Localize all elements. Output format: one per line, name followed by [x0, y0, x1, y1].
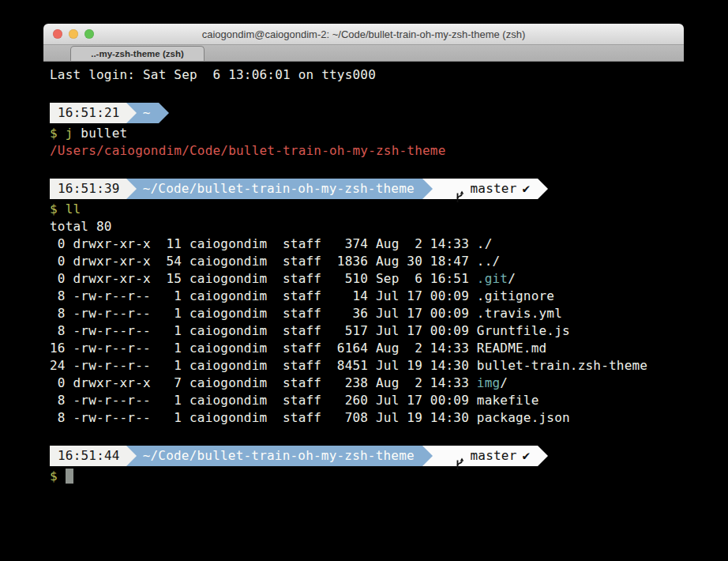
- terminal-line: $ j bullet: [50, 125, 684, 142]
- terminal-text-segment: 8 -rw-r--r-- 1 caiogondim staff 517 Jul …: [50, 323, 570, 338]
- window-titlebar[interactable]: caiogondim@caiogondim-2: ~/Code/bullet-t…: [43, 24, 684, 45]
- powerline-arrow-icon: [126, 446, 137, 466]
- powerline-arrow-icon: [538, 179, 548, 199]
- terminal-text-segment: 0 drwxr-xr-x 7 caiogondim staff 238 Aug …: [50, 375, 477, 390]
- git-branch-icon: [439, 168, 465, 209]
- terminal-blank-line: [50, 160, 684, 171]
- terminal-input-line: $: [50, 468, 684, 485]
- git-branch-name: master: [471, 179, 517, 199]
- terminal-line: 8 -rw-r--r-- 1 caiogondim staff 708 Jul …: [50, 409, 684, 427]
- terminal-line: 0 drwxr-xr-x 15 caiogondim staff 510 Sep…: [50, 270, 684, 288]
- terminal-text-segment: 8 -rw-r--r-- 1 caiogondim staff 260 Jul …: [50, 393, 538, 408]
- terminal-text-segment: 0 drwxr-xr-x 15 caiogondim staff 510 Sep…: [50, 271, 477, 286]
- prompt-bar: 16:51:44~/Code/bullet-train-oh-my-zsh-th…: [50, 446, 684, 466]
- git-clean-check-icon: ✔: [523, 179, 531, 199]
- block-cursor: [66, 469, 73, 484]
- zoom-button[interactable]: [84, 29, 94, 39]
- powerline-arrow-icon: [126, 103, 137, 123]
- terminal-line: 8 -rw-r--r-- 1 caiogondim staff 14 Jul 1…: [50, 288, 684, 305]
- git-clean-check-icon: ✔: [523, 446, 531, 466]
- powerline-arrow-icon: [159, 103, 169, 123]
- terminal-text-segment: /: [500, 375, 508, 390]
- powerline-arrow-icon: [126, 179, 137, 199]
- terminal-line: 8 -rw-r--r-- 1 caiogondim staff 36 Jul 1…: [50, 305, 684, 322]
- terminal-text-segment: total 80: [50, 219, 112, 234]
- terminal-text-segment: 0 drwxr-xr-x 11 caiogondim staff 374 Aug…: [50, 236, 492, 251]
- terminal-text-segment: /Users/caiogondim/Code/bullet-train-oh-m…: [50, 143, 445, 158]
- git-branch-icon: [439, 435, 465, 476]
- terminal-line: $ ll: [50, 201, 684, 218]
- prompt-path-segment: ~: [137, 103, 159, 123]
- terminal-text-segment: bullet: [73, 126, 128, 141]
- terminal-text-segment: $ j: [50, 126, 73, 141]
- prompt-time-segment: 16:51:44: [50, 446, 126, 466]
- terminal-content[interactable]: Last login: Sat Sep 6 13:06:01 on ttys00…: [43, 62, 684, 561]
- terminal-line: 0 drwxr-xr-x 11 caiogondim staff 374 Aug…: [50, 235, 684, 253]
- prompt-path-segment: ~/Code/bullet-train-oh-my-zsh-theme: [137, 446, 422, 466]
- tab-bar: ..-my-zsh-theme (zsh): [43, 45, 684, 62]
- terminal-text-segment: /: [508, 271, 516, 286]
- powerline-arrow-icon: [422, 179, 433, 199]
- terminal-text-segment: 8 -rw-r--r-- 1 caiogondim staff 36 Jul 1…: [50, 306, 562, 321]
- window-title: caiogondim@caiogondim-2: ~/Code/bullet-t…: [202, 28, 526, 40]
- terminal-text-segment: 0 drwxr-xr-x 54 caiogondim staff 1836 Au…: [50, 254, 500, 269]
- prompt-path-segment: ~/Code/bullet-train-oh-my-zsh-theme: [137, 179, 422, 199]
- tab-zsh-session[interactable]: ..-my-zsh-theme (zsh): [70, 46, 205, 61]
- terminal-text-segment: 8 -rw-r--r-- 1 caiogondim staff 14 Jul 1…: [50, 288, 554, 303]
- close-button[interactable]: [53, 29, 62, 39]
- prompt-git-segment: master✔: [433, 446, 538, 466]
- terminal-window: caiogondim@caiogondim-2: ~/Code/bullet-t…: [43, 24, 684, 561]
- terminal-text-segment: 8 -rw-r--r-- 1 caiogondim staff 708 Jul …: [50, 410, 570, 425]
- terminal-line: 0 drwxr-xr-x 7 caiogondim staff 238 Aug …: [50, 375, 684, 392]
- terminal-text-segment: img: [477, 375, 501, 390]
- prompt-git-segment: master✔: [433, 179, 538, 199]
- terminal-text-segment: 24 -rw-r--r-- 1 caiogondim staff 8451 Ju…: [50, 358, 647, 373]
- powerline-arrow-icon: [422, 446, 433, 466]
- terminal-line: 16 -rw-r--r-- 1 caiogondim staff 6164 Au…: [50, 340, 684, 357]
- terminal-blank-line: [50, 84, 684, 95]
- terminal-line: Last login: Sat Sep 6 13:06:01 on ttys00…: [50, 66, 684, 84]
- prompt-time-segment: 16:51:21: [50, 103, 126, 123]
- terminal-text-segment: $: [50, 469, 66, 484]
- minimize-button[interactable]: [69, 29, 78, 39]
- traffic-lights: [53, 24, 94, 44]
- prompt-time-segment: 16:51:39: [50, 179, 126, 199]
- prompt-bar: 16:51:21~: [50, 103, 684, 123]
- git-branch-name: master: [471, 446, 517, 466]
- terminal-text-segment: .git: [477, 271, 508, 286]
- terminal-text-segment: 16 -rw-r--r-- 1 caiogondim staff 6164 Au…: [50, 341, 546, 356]
- terminal-line: 24 -rw-r--r-- 1 caiogondim staff 8451 Ju…: [50, 357, 684, 375]
- terminal-line: 8 -rw-r--r-- 1 caiogondim staff 260 Jul …: [50, 392, 684, 409]
- terminal-blank-line: [50, 427, 684, 438]
- powerline-arrow-icon: [538, 446, 548, 466]
- terminal-line: 8 -rw-r--r-- 1 caiogondim staff 517 Jul …: [50, 322, 684, 340]
- terminal-text-segment: Last login: Sat Sep 6 13:06:01 on ttys00…: [50, 67, 376, 82]
- terminal-line: 0 drwxr-xr-x 54 caiogondim staff 1836 Au…: [50, 253, 684, 270]
- terminal-text-segment: $ ll: [50, 201, 81, 216]
- terminal-line: total 80: [50, 218, 684, 235]
- prompt-bar: 16:51:39~/Code/bullet-train-oh-my-zsh-th…: [50, 179, 684, 199]
- terminal-line: /Users/caiogondim/Code/bullet-train-oh-m…: [50, 142, 684, 160]
